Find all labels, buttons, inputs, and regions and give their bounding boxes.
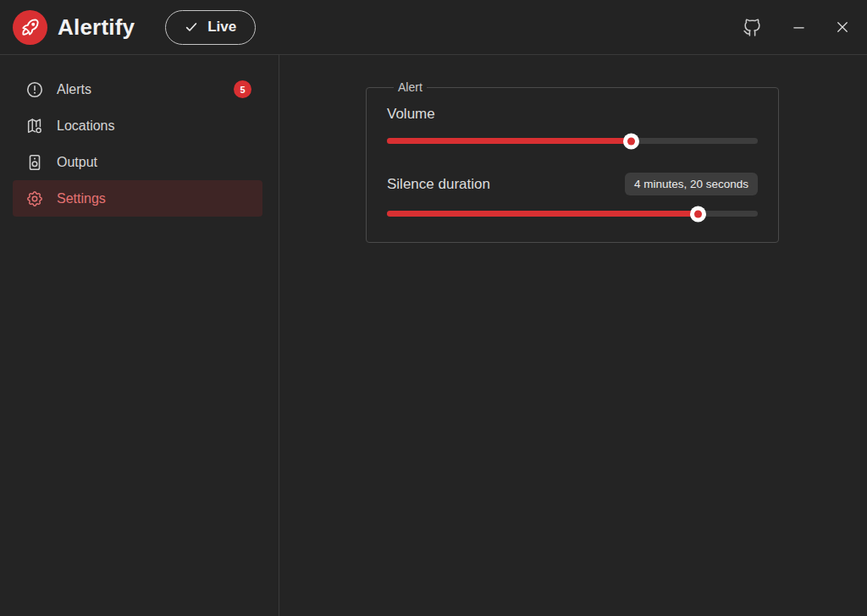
silence-duration-slider[interactable] bbox=[387, 206, 758, 222]
silence-slider-thumb[interactable] bbox=[690, 206, 706, 222]
close-button[interactable] bbox=[831, 16, 853, 38]
volume-setting: Volume bbox=[387, 106, 758, 149]
sidebar-item-label: Alerts bbox=[57, 82, 91, 97]
volume-label: Volume bbox=[387, 106, 758, 123]
map-icon bbox=[25, 117, 44, 135]
minimize-button[interactable] bbox=[788, 17, 809, 38]
group-legend: Alert bbox=[394, 80, 427, 94]
app-window: Alertify Live bbox=[0, 0, 867, 616]
alerts-count-badge: 5 bbox=[234, 80, 251, 98]
check-icon bbox=[185, 20, 198, 34]
sidebar-item-settings[interactable]: Settings bbox=[13, 180, 262, 217]
silence-label-row: Silence duration 4 minutes, 20 seconds bbox=[387, 173, 758, 195]
silence-duration-label: Silence duration bbox=[387, 176, 490, 193]
alert-circle-icon bbox=[25, 80, 44, 99]
sidebar-item-locations[interactable]: Locations bbox=[13, 107, 262, 144]
header-bar: Alertify Live bbox=[0, 0, 867, 55]
speaker-icon bbox=[25, 153, 44, 172]
rocket-icon bbox=[19, 16, 41, 38]
volume-slider-fill bbox=[387, 138, 632, 144]
sidebar-item-alerts[interactable]: Alerts 5 bbox=[13, 71, 262, 107]
silence-duration-value: 4 minutes, 20 seconds bbox=[625, 173, 758, 195]
live-button-label: Live bbox=[207, 19, 236, 36]
silence-slider-fill bbox=[387, 211, 699, 217]
body-row: Alerts 5 Locations bbox=[0, 55, 867, 616]
sidebar-item-label: Output bbox=[57, 155, 97, 170]
app-logo bbox=[13, 10, 47, 45]
silence-duration-setting: Silence duration 4 minutes, 20 seconds bbox=[387, 173, 758, 222]
volume-slider-track[interactable] bbox=[387, 138, 758, 144]
sidebar-item-label: Locations bbox=[57, 118, 115, 134]
sidebar-item-output[interactable]: Output bbox=[13, 144, 262, 180]
volume-slider-thumb[interactable] bbox=[623, 133, 639, 149]
alert-settings-group: Alert Volume Silence duration 4 bbox=[366, 80, 779, 243]
volume-slider[interactable] bbox=[387, 133, 758, 149]
main-content: Alert Volume Silence duration 4 bbox=[279, 55, 867, 616]
github-icon[interactable] bbox=[738, 14, 766, 41]
gear-icon bbox=[25, 190, 44, 208]
app-title: Alertify bbox=[58, 14, 135, 41]
silence-slider-track[interactable] bbox=[387, 211, 758, 217]
sidebar-nav: Alerts 5 Locations bbox=[0, 55, 279, 616]
live-status-button[interactable]: Live bbox=[165, 10, 256, 45]
sidebar-item-label: Settings bbox=[57, 191, 106, 206]
